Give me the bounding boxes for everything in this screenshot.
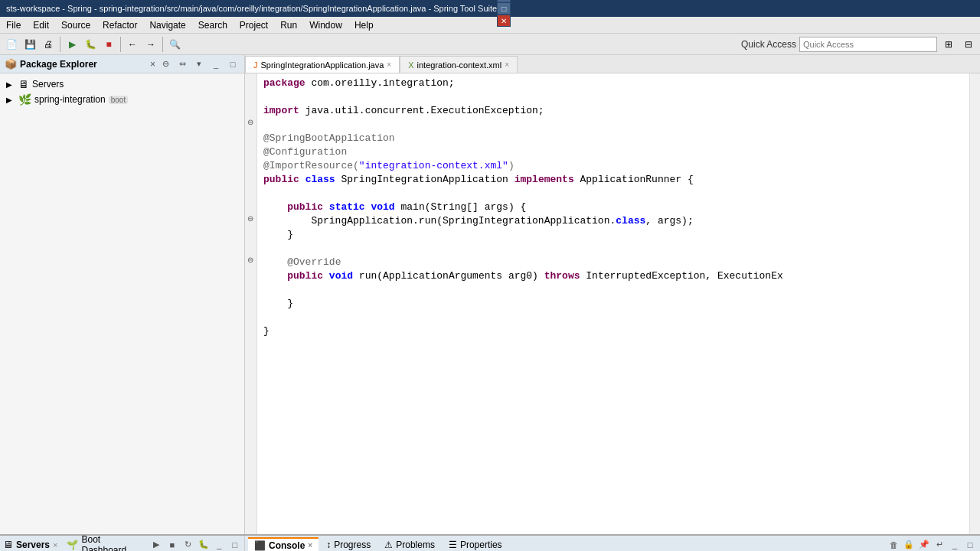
console-tab-console[interactable]: ⬛ Console ×	[248, 537, 318, 552]
main-layout: 📦 Package Explorer × ⊖ ⇔ ▾ _ □ ▶ 🖥 Serve…	[0, 55, 980, 534]
menu-help[interactable]: Help	[348, 17, 380, 33]
tab-close-1[interactable]: ×	[387, 60, 391, 69]
line-gutter: ⊖ ⊖ ⊖	[245, 73, 257, 534]
console-tab-label: Console	[269, 540, 305, 551]
boot-dashboard-tab[interactable]: 🌱 Boot Dashboard	[60, 536, 147, 552]
editor-area: J SpringIntegrationApplication.java × X …	[245, 55, 980, 534]
tab-integration-context[interactable]: X integration-context.xml ×	[400, 56, 518, 73]
tb-sep-3	[162, 37, 163, 52]
collapse-all-button[interactable]: ⊖	[158, 57, 172, 71]
java-file-icon: J	[253, 60, 258, 70]
console-minimize[interactable]: _	[948, 538, 962, 552]
tb-sep-1	[60, 37, 60, 52]
servers-toolbar-start[interactable]: ▶	[150, 538, 162, 552]
link-with-editor-button[interactable]: ⇔	[175, 57, 189, 71]
package-explorer-panel: 📦 Package Explorer × ⊖ ⇔ ▾ _ □ ▶ 🖥 Serve…	[0, 55, 245, 534]
servers-toolbar-restart[interactable]: ↻	[181, 538, 194, 552]
run-button[interactable]: ▶	[64, 36, 80, 53]
minimize-panel-button[interactable]: _	[209, 57, 223, 71]
tab-label-2: integration-context.xml	[417, 60, 502, 70]
save-button[interactable]: 💾	[21, 36, 38, 53]
console-maximize[interactable]: □	[963, 538, 977, 552]
fold-marker-import[interactable]: ⊖	[245, 115, 256, 129]
perspective-button[interactable]: ⊟	[960, 36, 977, 53]
console-word-wrap[interactable]: ↵	[933, 538, 946, 552]
code-editor[interactable]: package com.oreilly.integration; import …	[257, 73, 969, 534]
stop-button[interactable]: ■	[100, 36, 117, 53]
console-tab-problems[interactable]: ⚠ Problems	[378, 538, 441, 552]
boot-dashboard-icon: 🌱	[67, 540, 78, 550]
view-menu-button[interactable]: ▾	[192, 57, 206, 71]
servers-expand-arrow: ▶	[6, 80, 15, 89]
problems-tab-icon: ⚠	[384, 540, 393, 550]
console-tab-close[interactable]: ×	[308, 541, 312, 549]
maximize-panel-button[interactable]: □	[226, 57, 240, 71]
spring-integration-tree-item[interactable]: ▶ 🌿 spring-integration boot	[3, 92, 241, 107]
pkg-explorer-close[interactable]: ×	[150, 59, 155, 70]
tab-close-2[interactable]: ×	[505, 60, 509, 69]
menu-run[interactable]: Run	[274, 17, 303, 33]
bottom-area: 🖥 Servers × 🌱 Boot Dashboard ▶ ■ ↻ 🐛 _ □…	[0, 534, 980, 551]
servers-minimize[interactable]: _	[213, 538, 225, 552]
console-tab-progress[interactable]: ↕ Progress	[320, 538, 377, 552]
menu-window[interactable]: Window	[303, 17, 348, 33]
console-tab-properties[interactable]: ☰ Properties	[443, 538, 508, 552]
tab-label-1: SpringIntegrationApplication.java	[261, 60, 384, 70]
debug-button[interactable]: 🐛	[82, 36, 99, 53]
close-button[interactable]: ✕	[497, 15, 511, 27]
servers-tree-item[interactable]: ▶ 🖥 Servers	[3, 77, 241, 92]
servers-toolbar-debug[interactable]: 🐛	[198, 538, 210, 552]
menu-navigate[interactable]: Navigate	[143, 17, 191, 33]
menu-search[interactable]: Search	[192, 17, 234, 33]
maximize-button[interactable]: □	[497, 2, 511, 15]
title-text: sts-workspace - Spring - spring-integrat…	[6, 4, 497, 13]
tab-spring-integration-application[interactable]: J SpringIntegrationApplication.java ×	[245, 56, 400, 73]
console-scroll-lock[interactable]: 🔒	[902, 538, 916, 552]
print-button[interactable]: 🖨	[40, 36, 57, 53]
properties-tab-icon: ☰	[449, 540, 457, 550]
console-tab-icon: ⬛	[254, 540, 266, 551]
package-explorer-content: ▶ 🖥 Servers ▶ 🌿 spring-integration boot	[0, 73, 244, 534]
menu-project[interactable]: Project	[234, 17, 274, 33]
menu-edit[interactable]: Edit	[27, 17, 55, 33]
package-explorer-title: Package Explorer	[20, 59, 147, 70]
back-button[interactable]: ←	[124, 36, 141, 53]
servers-tab-bar: 🖥 Servers × 🌱 Boot Dashboard ▶ ■ ↻ 🐛 _ □	[0, 536, 244, 551]
quick-access-label: Quick Access	[741, 39, 796, 50]
editor-tabs: J SpringIntegrationApplication.java × X …	[245, 55, 980, 73]
title-controls: ─ □ ✕	[497, 0, 511, 27]
quick-access-input[interactable]	[799, 37, 937, 52]
fold-marker-run[interactable]: ⊖	[245, 253, 256, 266]
console-pin[interactable]: 📌	[917, 538, 931, 552]
menu-refactor[interactable]: Refactor	[96, 17, 143, 33]
new-button[interactable]: 📄	[3, 36, 20, 53]
console-tabs-bar: ⬛ Console × ↕ Progress ⚠ Problems ☰ Prop…	[245, 536, 980, 551]
boot-dashboard-label: Boot Dashboard	[81, 534, 141, 552]
editor-scrollbar[interactable]	[969, 73, 980, 534]
menu-file[interactable]: File	[0, 17, 27, 33]
title-bar: sts-workspace - Spring - spring-integrat…	[0, 0, 980, 17]
package-explorer-icon: 📦	[5, 58, 17, 70]
editor-content: ⊖ ⊖ ⊖ package com.oreilly.integration; i…	[245, 73, 980, 534]
search-button[interactable]: 🔍	[166, 36, 183, 53]
servers-maximize[interactable]: □	[229, 538, 241, 552]
servers-toolbar-stop[interactable]: ■	[166, 538, 178, 552]
open-perspective-button[interactable]: ⊞	[940, 36, 957, 53]
quick-access-area: Quick Access ⊞ ⊟	[741, 36, 977, 53]
servers-tab-title: Servers	[16, 540, 50, 550]
problems-tab-label: Problems	[396, 540, 435, 550]
xml-file-icon: X	[408, 60, 413, 70]
servers-folder-icon: 🖥	[18, 78, 29, 90]
forward-button[interactable]: →	[142, 36, 159, 53]
toolbar: 📄 💾 🖨 ▶ 🐛 ■ ← → 🔍 Quick Access ⊞ ⊟	[0, 34, 980, 55]
console-clear-button[interactable]: 🗑	[887, 538, 900, 552]
servers-close-icon[interactable]: ×	[53, 540, 57, 549]
menu-bar: File Edit Source Refactor Navigate Searc…	[0, 17, 980, 34]
servers-panel: 🖥 Servers × 🌱 Boot Dashboard ▶ ■ ↻ 🐛 _ □…	[0, 536, 245, 551]
package-explorer-header: 📦 Package Explorer × ⊖ ⇔ ▾ _ □	[0, 55, 244, 73]
tb-sep-2	[120, 37, 121, 52]
properties-tab-label: Properties	[460, 540, 502, 550]
menu-source[interactable]: Source	[55, 17, 96, 33]
spring-integration-expand-arrow: ▶	[6, 96, 15, 104]
fold-marker-main[interactable]: ⊖	[245, 211, 256, 225]
